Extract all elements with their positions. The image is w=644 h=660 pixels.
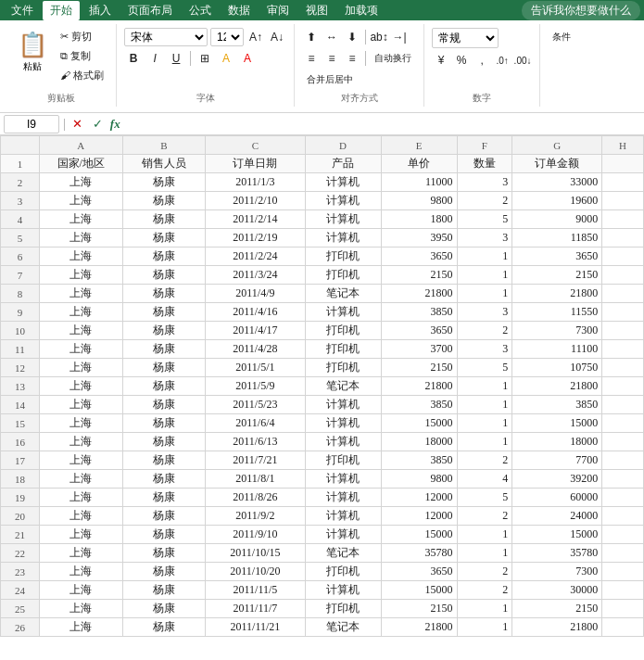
cell-26-A[interactable]: 上海 bbox=[39, 618, 122, 637]
cell-3-F[interactable]: 2 bbox=[457, 192, 512, 210]
align-middle-button[interactable]: ↔ bbox=[322, 28, 341, 46]
cell-20-D[interactable]: 计算机 bbox=[305, 507, 381, 526]
cell-26-F[interactable]: 1 bbox=[457, 618, 512, 637]
cell-14-D[interactable]: 计算机 bbox=[305, 396, 381, 414]
cell-13-G[interactable]: 21800 bbox=[512, 377, 602, 396]
cell-16-F[interactable]: 1 bbox=[457, 433, 512, 451]
cell-17-B[interactable]: 杨康 bbox=[122, 451, 205, 470]
cell-21-C[interactable]: 2011/9/10 bbox=[206, 526, 305, 544]
cell-1-E[interactable]: 单价 bbox=[381, 155, 457, 173]
cell-17-F[interactable]: 2 bbox=[457, 451, 512, 470]
cell-6-H[interactable] bbox=[602, 248, 644, 266]
cell-13-H[interactable] bbox=[602, 377, 644, 396]
cell-11-G[interactable]: 11100 bbox=[512, 340, 602, 359]
cell-2-C[interactable]: 2011/1/3 bbox=[206, 173, 305, 192]
cell-16-G[interactable]: 18000 bbox=[512, 433, 602, 451]
cell-11-F[interactable]: 3 bbox=[457, 340, 512, 359]
cell-25-H[interactable] bbox=[602, 600, 644, 618]
cell-10-G[interactable]: 7300 bbox=[512, 322, 602, 340]
cell-18-C[interactable]: 2011/8/1 bbox=[206, 470, 305, 489]
cell-21-G[interactable]: 15000 bbox=[512, 526, 602, 544]
cell-19-H[interactable] bbox=[602, 489, 644, 507]
cell-21-F[interactable]: 1 bbox=[457, 526, 512, 544]
cell-20-G[interactable]: 24000 bbox=[512, 507, 602, 526]
col-header-G[interactable]: G bbox=[512, 136, 602, 155]
cell-5-C[interactable]: 2011/2/19 bbox=[206, 229, 305, 248]
text-direction-button[interactable]: ab↕ bbox=[370, 28, 388, 46]
cell-9-G[interactable]: 11550 bbox=[512, 303, 602, 322]
cell-9-D[interactable]: 计算机 bbox=[305, 303, 381, 322]
cell-2-G[interactable]: 33000 bbox=[512, 173, 602, 192]
cell-23-B[interactable]: 杨康 bbox=[122, 563, 205, 581]
cell-15-C[interactable]: 2011/6/4 bbox=[206, 414, 305, 433]
cell-1-A[interactable]: 国家/地区 bbox=[39, 155, 122, 173]
cell-11-B[interactable]: 杨康 bbox=[122, 340, 205, 359]
wrap-text-button[interactable]: 自动换行 bbox=[370, 49, 416, 68]
col-header-D[interactable]: D bbox=[305, 136, 381, 155]
cell-23-H[interactable] bbox=[602, 563, 644, 581]
cell-19-D[interactable]: 计算机 bbox=[305, 489, 381, 507]
cell-4-B[interactable]: 杨康 bbox=[122, 210, 205, 229]
cell-13-A[interactable]: 上海 bbox=[39, 377, 122, 396]
cell-22-G[interactable]: 35780 bbox=[512, 544, 602, 563]
cell-2-B[interactable]: 杨康 bbox=[122, 173, 205, 192]
cell-6-C[interactable]: 2011/2/24 bbox=[206, 248, 305, 266]
cell-5-G[interactable]: 11850 bbox=[512, 229, 602, 248]
cell-8-B[interactable]: 杨康 bbox=[122, 285, 205, 303]
cell-13-C[interactable]: 2011/5/9 bbox=[206, 377, 305, 396]
cell-3-B[interactable]: 杨康 bbox=[122, 192, 205, 210]
cell-19-F[interactable]: 5 bbox=[457, 489, 512, 507]
cell-12-B[interactable]: 杨康 bbox=[122, 359, 205, 377]
menu-help[interactable]: 告诉我你想要做什么 bbox=[522, 1, 640, 20]
cell-8-G[interactable]: 21800 bbox=[512, 285, 602, 303]
align-top-button[interactable]: ⬆ bbox=[302, 28, 321, 46]
cell-25-E[interactable]: 2150 bbox=[381, 600, 457, 618]
cell-12-D[interactable]: 打印机 bbox=[305, 359, 381, 377]
cell-7-H[interactable] bbox=[602, 266, 644, 285]
cell-24-A[interactable]: 上海 bbox=[39, 581, 122, 600]
cell-1-B[interactable]: 销售人员 bbox=[122, 155, 205, 173]
paste-button[interactable]: 📋 粘贴 bbox=[13, 28, 52, 76]
cell-3-C[interactable]: 2011/2/10 bbox=[206, 192, 305, 210]
cell-2-E[interactable]: 11000 bbox=[381, 173, 457, 192]
cell-15-A[interactable]: 上海 bbox=[39, 414, 122, 433]
cell-12-E[interactable]: 2150 bbox=[381, 359, 457, 377]
cell-4-A[interactable]: 上海 bbox=[39, 210, 122, 229]
cell-6-A[interactable]: 上海 bbox=[39, 248, 122, 266]
cell-3-A[interactable]: 上海 bbox=[39, 192, 122, 210]
cell-12-G[interactable]: 10750 bbox=[512, 359, 602, 377]
cell-17-A[interactable]: 上海 bbox=[39, 451, 122, 470]
merge-center-button[interactable]: 合并后居中 bbox=[302, 70, 358, 89]
cell-21-H[interactable] bbox=[602, 526, 644, 544]
cell-9-H[interactable] bbox=[602, 303, 644, 322]
font-size-decrease-button[interactable]: A↓ bbox=[268, 28, 286, 46]
cell-5-D[interactable]: 计算机 bbox=[305, 229, 381, 248]
cell-18-B[interactable]: 杨康 bbox=[122, 470, 205, 489]
cell-15-G[interactable]: 15000 bbox=[512, 414, 602, 433]
cell-23-E[interactable]: 3650 bbox=[381, 563, 457, 581]
cell-1-D[interactable]: 产品 bbox=[305, 155, 381, 173]
cell-17-D[interactable]: 打印机 bbox=[305, 451, 381, 470]
cell-22-A[interactable]: 上海 bbox=[39, 544, 122, 563]
cell-24-G[interactable]: 30000 bbox=[512, 581, 602, 600]
cell-23-A[interactable]: 上海 bbox=[39, 563, 122, 581]
cell-11-D[interactable]: 打印机 bbox=[305, 340, 381, 359]
cell-10-E[interactable]: 3650 bbox=[381, 322, 457, 340]
cell-20-F[interactable]: 2 bbox=[457, 507, 512, 526]
cell-22-D[interactable]: 笔记本 bbox=[305, 544, 381, 563]
cell-6-B[interactable]: 杨康 bbox=[122, 248, 205, 266]
cell-14-A[interactable]: 上海 bbox=[39, 396, 122, 414]
cell-3-H[interactable] bbox=[602, 192, 644, 210]
cell-8-E[interactable]: 21800 bbox=[381, 285, 457, 303]
cell-24-F[interactable]: 2 bbox=[457, 581, 512, 600]
formula-input[interactable] bbox=[129, 116, 640, 133]
cell-22-C[interactable]: 2011/10/15 bbox=[206, 544, 305, 563]
menu-page-layout[interactable]: 页面布局 bbox=[120, 1, 180, 20]
cell-21-E[interactable]: 15000 bbox=[381, 526, 457, 544]
cell-22-E[interactable]: 35780 bbox=[381, 544, 457, 563]
cell-11-C[interactable]: 2011/4/28 bbox=[206, 340, 305, 359]
cell-20-C[interactable]: 2011/9/2 bbox=[206, 507, 305, 526]
cell-9-A[interactable]: 上海 bbox=[39, 303, 122, 322]
cell-6-G[interactable]: 3650 bbox=[512, 248, 602, 266]
font-size-increase-button[interactable]: A↑ bbox=[246, 28, 265, 46]
